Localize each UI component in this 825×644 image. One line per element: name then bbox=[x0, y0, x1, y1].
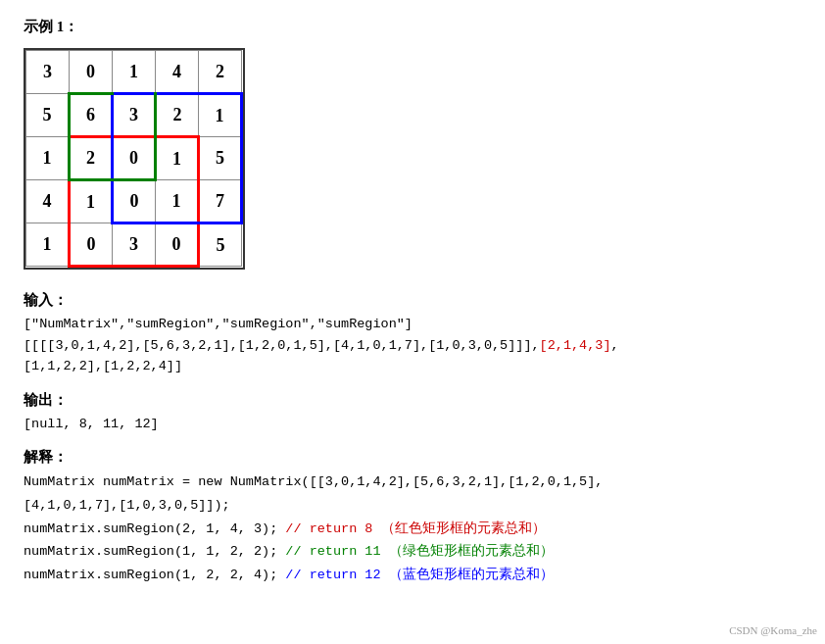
matrix-cell: 1 bbox=[113, 51, 156, 94]
explanation-label: 解释： bbox=[24, 448, 801, 467]
matrix-cell: 5 bbox=[199, 223, 242, 267]
watermark: CSDN @Koma_zhe bbox=[729, 624, 817, 636]
matrix-cell: 2 bbox=[199, 51, 242, 94]
matrix-cell: 5 bbox=[199, 137, 242, 180]
matrix-cell: 0 bbox=[113, 137, 156, 180]
matrix-cell: 0 bbox=[156, 223, 199, 267]
matrix-cell: 0 bbox=[70, 51, 113, 94]
matrix-cell: 0 bbox=[113, 180, 156, 223]
explanation-line: numMatrix.sumRegion(1, 1, 2, 2); // retu… bbox=[24, 540, 801, 564]
input-line: ["NumMatrix","sumRegion","sumRegion","su… bbox=[24, 314, 801, 335]
matrix-cell: 2 bbox=[156, 94, 199, 137]
explanation-line: numMatrix.sumRegion(2, 1, 4, 3); // retu… bbox=[24, 518, 801, 541]
matrix-cell: 7 bbox=[199, 180, 242, 223]
matrix-cell: 0 bbox=[70, 223, 113, 267]
matrix-cell: 3 bbox=[113, 223, 156, 267]
matrix-cell: 4 bbox=[156, 51, 199, 94]
explanation-line: [4,1,0,1,7],[1,0,3,0,5]]); bbox=[24, 494, 801, 518]
matrix-cell: 1 bbox=[156, 180, 199, 223]
output-label: 输出： bbox=[24, 391, 801, 410]
matrix-cell: 5 bbox=[26, 94, 70, 137]
matrix-cell: 1 bbox=[70, 180, 113, 223]
input-line: [1,1,2,2],[1,2,2,4]] bbox=[24, 356, 801, 377]
explanation-line: NumMatrix numMatrix = new NumMatrix([[3,… bbox=[24, 471, 801, 494]
matrix-cell: 3 bbox=[26, 51, 70, 94]
matrix-cell: 6 bbox=[70, 94, 113, 137]
matrix-cell: 1 bbox=[199, 94, 242, 137]
matrix-cell: 1 bbox=[26, 223, 70, 267]
input-section: 输入： ["NumMatrix","sumRegion","sumRegion"… bbox=[24, 291, 801, 377]
matrix-cell: 3 bbox=[113, 94, 156, 137]
section-title: 示例 1： bbox=[24, 18, 801, 36]
explanation-line: numMatrix.sumRegion(1, 2, 2, 4); // retu… bbox=[24, 564, 801, 587]
matrix-table: 3014256321120154101710305 bbox=[25, 50, 243, 268]
matrix-cell: 4 bbox=[26, 180, 70, 223]
matrix-cell: 1 bbox=[26, 137, 70, 180]
explanation-section: 解释： NumMatrix numMatrix = new NumMatrix(… bbox=[24, 448, 801, 586]
output-section: 输出： [null, 8, 11, 12] bbox=[24, 391, 801, 435]
matrix-cell: 2 bbox=[70, 137, 113, 180]
matrix-cell: 1 bbox=[156, 137, 199, 180]
matrix-container: 3014256321120154101710305 bbox=[24, 48, 245, 270]
input-code: ["NumMatrix","sumRegion","sumRegion","su… bbox=[24, 314, 801, 377]
explanation-code: NumMatrix numMatrix = new NumMatrix([[3,… bbox=[24, 471, 801, 586]
input-label: 输入： bbox=[24, 291, 801, 310]
input-line: [[[[3,0,1,4,2],[5,6,3,2,1],[1,2,0,1,5],[… bbox=[24, 335, 801, 357]
output-value: [null, 8, 11, 12] bbox=[24, 414, 801, 435]
